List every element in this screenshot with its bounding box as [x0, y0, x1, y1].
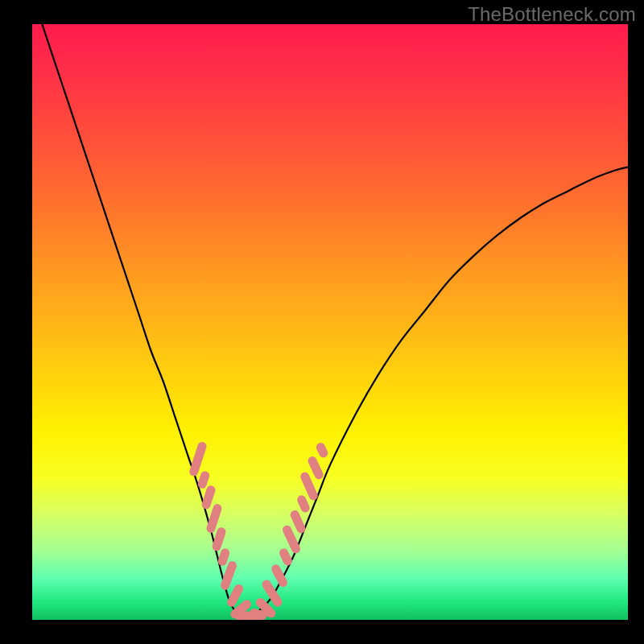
- plot-area: [32, 24, 628, 620]
- watermark-text: TheBottleneck.com: [468, 3, 636, 26]
- chart-frame: TheBottleneck.com: [0, 0, 644, 644]
- bottleneck-curve: [32, 24, 628, 620]
